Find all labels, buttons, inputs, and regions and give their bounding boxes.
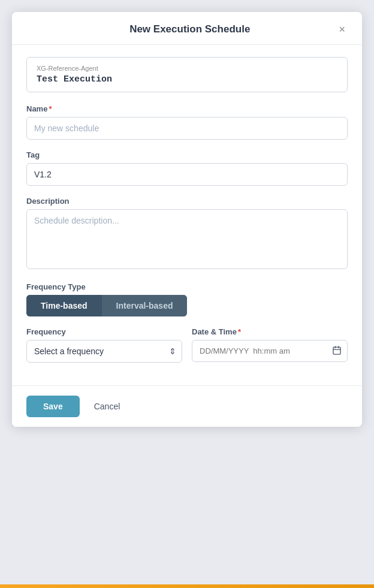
frequency-field-group: Frequency Select a frequency Daily Weekl…: [26, 327, 182, 363]
description-wrapper: [26, 209, 348, 272]
datetime-required-marker: *: [238, 327, 241, 336]
cancel-button[interactable]: Cancel: [89, 396, 125, 417]
tag-input[interactable]: [26, 163, 348, 186]
datetime-wrapper: [192, 340, 348, 362]
name-field-group: Name*: [26, 104, 348, 140]
frequency-datetime-row: Frequency Select a frequency Daily Weekl…: [26, 327, 348, 363]
description-input[interactable]: [26, 209, 348, 269]
modal-title: New Execution Schedule: [43, 23, 336, 35]
tag-field-group: Tag: [26, 150, 348, 186]
execution-card: XG-Reference-Agent Test Execution: [26, 57, 348, 92]
modal-footer: Save Cancel: [12, 385, 362, 427]
name-input[interactable]: [26, 117, 348, 140]
name-required-marker: *: [49, 104, 52, 113]
time-based-button[interactable]: Time-based: [26, 295, 102, 316]
execution-name: Test Execution: [37, 74, 337, 85]
description-label: Description: [26, 197, 348, 206]
datetime-input[interactable]: [192, 340, 348, 362]
frequency-type-label: Frequency Type: [26, 282, 348, 291]
save-button[interactable]: Save: [26, 396, 80, 417]
name-label: Name*: [26, 104, 348, 113]
execution-agent-label: XG-Reference-Agent: [37, 65, 337, 72]
frequency-select-wrapper: Select a frequency Daily Weekly Monthly …: [26, 340, 182, 363]
frequency-select[interactable]: Select a frequency Daily Weekly Monthly: [26, 340, 182, 363]
frequency-type-group: Frequency Type Time-based Interval-based: [26, 282, 348, 316]
interval-based-button[interactable]: Interval-based: [102, 295, 188, 316]
description-field-group: Description: [26, 197, 348, 272]
frequency-type-toggle: Time-based Interval-based: [26, 295, 187, 316]
close-button[interactable]: ×: [336, 23, 348, 36]
bottom-bar: [0, 584, 374, 588]
datetime-label: Date & Time*: [192, 327, 348, 336]
datetime-field-group: Date & Time*: [192, 327, 348, 363]
tag-label: Tag: [26, 150, 348, 159]
frequency-label: Frequency: [26, 327, 182, 336]
